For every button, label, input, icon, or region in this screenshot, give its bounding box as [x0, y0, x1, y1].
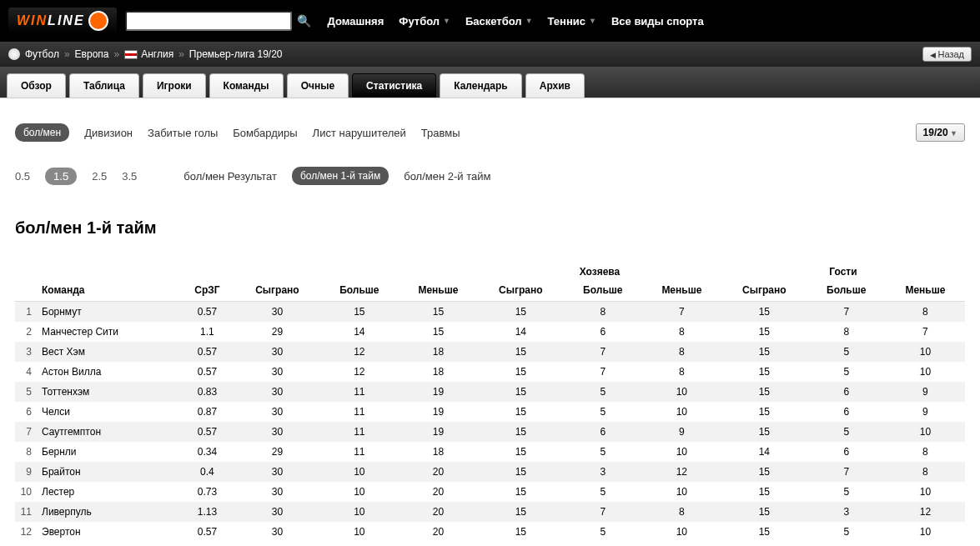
- cell: 20: [399, 522, 478, 542]
- cell: 3: [807, 502, 886, 522]
- filter-value[interactable]: 0.5: [15, 170, 30, 183]
- tab-статистика[interactable]: Статистика: [352, 73, 436, 98]
- cell: 10: [642, 382, 721, 402]
- table-row[interactable]: 6Челси0.87301119155101569: [15, 402, 965, 422]
- cell: 15: [478, 462, 564, 482]
- cell: 15: [721, 342, 807, 362]
- logo-text: WINLINE: [17, 13, 85, 28]
- cell: 10: [642, 482, 721, 502]
- subnav-link[interactable]: Бомбардиры: [233, 127, 297, 139]
- nav-item[interactable]: Домашняя: [328, 15, 384, 28]
- cell: 30: [234, 522, 320, 542]
- cell: 9: [642, 422, 721, 442]
- subnav-link[interactable]: Забитые голы: [148, 127, 218, 139]
- filter-value[interactable]: 1.5: [45, 168, 77, 185]
- breadcrumb-item[interactable]: Футбол: [25, 48, 59, 60]
- nav-item[interactable]: Все виды спорта: [611, 15, 704, 28]
- tab-таблица[interactable]: Таблица: [69, 73, 139, 98]
- tab-игроки[interactable]: Игроки: [143, 73, 206, 98]
- column-header: СрЗГ: [180, 279, 234, 302]
- back-button[interactable]: Назад: [922, 47, 972, 62]
- table-group-header: Хозяева Гости: [15, 261, 965, 279]
- tab-команды[interactable]: Команды: [209, 73, 284, 98]
- filter-mode[interactable]: бол/мен 1-й тайм: [292, 167, 389, 185]
- subnav-link[interactable]: Травмы: [421, 127, 460, 139]
- chevron-down-icon: ▼: [589, 17, 596, 25]
- nav-item[interactable]: Футбол▼: [399, 15, 450, 28]
- tab-календарь[interactable]: Календарь: [440, 73, 522, 98]
- nav-item[interactable]: Теннис▼: [548, 15, 596, 28]
- table-row[interactable]: 4Астон Вилла0.57301218157815510: [15, 362, 965, 382]
- breadcrumb-separator-icon: »: [114, 48, 120, 60]
- cell: 15: [478, 402, 564, 422]
- cell: 6: [807, 402, 886, 422]
- filter-mode[interactable]: бол/мен 2-й тайм: [404, 170, 490, 183]
- cell: 8: [642, 322, 721, 342]
- table-row[interactable]: 8Бернли0.34291118155101468: [15, 442, 965, 462]
- cell: 15: [721, 502, 807, 522]
- filter-mode[interactable]: бол/мен Результат: [183, 170, 277, 183]
- cell: 12: [320, 362, 399, 382]
- filter-value[interactable]: 2.5: [92, 170, 107, 183]
- table-row[interactable]: 10Лестер0.733010201551015510: [15, 482, 965, 502]
- table-row[interactable]: 11Ливерпуль1.13301020157815312: [15, 502, 965, 522]
- filter-value[interactable]: 3.5: [122, 170, 137, 183]
- season-selector[interactable]: 19/20: [916, 123, 965, 142]
- tab-обзор[interactable]: Обзор: [7, 73, 66, 98]
- tab-архив[interactable]: Архив: [525, 73, 585, 98]
- cell: 11: [320, 402, 399, 422]
- breadcrumb-item[interactable]: Англия: [141, 48, 173, 60]
- subnav-active[interactable]: бол/мен: [15, 123, 69, 142]
- column-header: Меньше: [399, 279, 478, 302]
- cell: 30: [234, 342, 320, 362]
- cell: 10: [886, 522, 965, 542]
- breadcrumb-item[interactable]: Премьер-лига 19/20: [189, 48, 283, 60]
- table-row[interactable]: 3Вест Хэм0.57301218157815510: [15, 342, 965, 362]
- cell: 11: [320, 442, 399, 462]
- cell: 10: [886, 342, 965, 362]
- nav-item[interactable]: Баскетбол▼: [465, 15, 533, 28]
- cell: 30: [234, 462, 320, 482]
- cell: 0.57: [180, 342, 234, 362]
- cell: 11: [15, 502, 38, 522]
- cell: 19: [399, 422, 478, 442]
- table-row[interactable]: 9Брайтон0.4301020153121578: [15, 462, 965, 482]
- table-row[interactable]: 1Борнмут0.5730151515871578: [15, 302, 965, 323]
- cell: 5: [807, 522, 886, 542]
- cell: 30: [234, 382, 320, 402]
- breadcrumb-item[interactable]: Европа: [75, 48, 109, 60]
- search-input[interactable]: [125, 11, 292, 31]
- table-row[interactable]: 7Саутгемптон0.57301119156915510: [15, 422, 965, 442]
- cell: 15: [399, 302, 478, 323]
- cell: 6: [564, 322, 642, 342]
- subnav-link[interactable]: Лист нарушителей: [313, 127, 406, 139]
- cell: 0.57: [180, 422, 234, 442]
- cell: 14: [320, 322, 399, 342]
- tab-очные[interactable]: Очные: [287, 73, 349, 98]
- search-icon[interactable]: 🔍: [297, 14, 311, 28]
- cell: 15: [478, 522, 564, 542]
- cell: 15: [478, 342, 564, 362]
- column-header: Меньше: [642, 279, 721, 302]
- chevron-down-icon: ▼: [525, 17, 533, 25]
- logo[interactable]: WINLINE: [8, 8, 117, 34]
- cell: 4: [15, 362, 38, 382]
- subnav-link[interactable]: Дивизион: [84, 127, 133, 139]
- cell: 20: [399, 502, 478, 522]
- cell: 14: [721, 442, 807, 462]
- main-nav: ДомашняяФутбол▼Баскетбол▼Теннис▼Все виды…: [328, 15, 704, 28]
- cell: 15: [721, 422, 807, 442]
- table-row[interactable]: 12Эвертон0.573010201551015510: [15, 522, 965, 542]
- cell: Манчестер Сити: [38, 322, 180, 342]
- cell: 0.73: [180, 482, 234, 502]
- cell: 0.4: [180, 462, 234, 482]
- cell: 12: [642, 462, 721, 482]
- cell: 15: [478, 422, 564, 442]
- cell: 15: [721, 322, 807, 342]
- table-row[interactable]: 2Манчестер Сити1.129141514681587: [15, 322, 965, 342]
- cell: 11: [320, 382, 399, 402]
- table-row[interactable]: 5Тоттенхэм0.83301119155101569: [15, 382, 965, 402]
- cell: Саутгемптон: [38, 422, 180, 442]
- cell: 8: [15, 442, 38, 462]
- cell: Ливерпуль: [38, 502, 180, 522]
